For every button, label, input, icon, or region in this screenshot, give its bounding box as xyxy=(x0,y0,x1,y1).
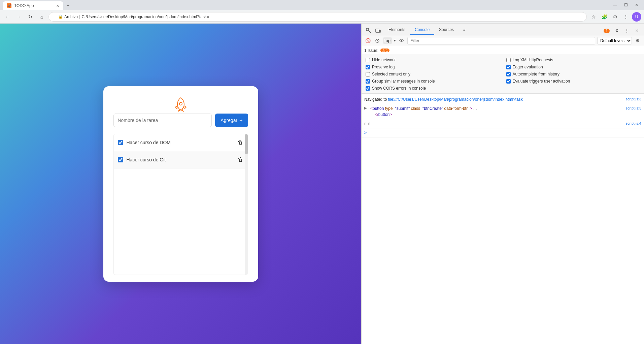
issues-button[interactable]: 1 xyxy=(602,26,611,35)
issues-label: 1 Issue: xyxy=(364,48,378,53)
maximize-button[interactable]: ☐ xyxy=(621,0,631,10)
task-name-input[interactable] xyxy=(113,114,212,127)
show-cors-checkbox[interactable]: Show CORS errors in console xyxy=(366,85,640,91)
task-checkbox-1[interactable] xyxy=(118,140,123,145)
devtools-tabs: Elements Console Sources » 1 ⚙ ⋮ xyxy=(362,24,644,35)
preserve-log-input[interactable] xyxy=(366,65,370,69)
navigated-to-link[interactable]: file:///C:/Users/User/Desktop/Mari/progr… xyxy=(388,97,525,102)
devtools-inspect-icon[interactable] xyxy=(364,26,373,35)
devtools-close-icon[interactable]: ✕ xyxy=(633,26,641,35)
tab-close-button[interactable]: ✕ xyxy=(56,4,59,8)
log-xmlhttprequests-label: Log XMLHttpRequests xyxy=(513,58,553,62)
tab-more[interactable]: » xyxy=(459,25,470,35)
scrollbar-thumb[interactable] xyxy=(245,134,248,154)
selected-context-input[interactable] xyxy=(366,72,370,76)
log-xmlhttprequests-input[interactable] xyxy=(506,58,511,62)
hide-network-input[interactable] xyxy=(366,58,370,62)
evaluate-triggers-label: Evaluate triggers user activation xyxy=(513,79,570,84)
forward-button[interactable]: → xyxy=(14,12,24,22)
settings-button[interactable]: ⚙ xyxy=(610,12,620,22)
tab-elements[interactable]: Elements xyxy=(384,25,410,35)
devtools-more-icon[interactable]: ⋮ xyxy=(622,26,631,35)
console-text-1: Navigated to file:///C:/Users/User/Deskt… xyxy=(364,96,624,102)
toolbar-icons: ☆ 🧩 ⚙ ⋮ U xyxy=(589,12,641,22)
console-expand-2[interactable]: ▶ xyxy=(364,105,367,111)
add-button-label: Agregar xyxy=(221,118,237,123)
eager-evaluation-label: Eager evaluation xyxy=(513,65,543,69)
console-clear-button[interactable]: 🚫 xyxy=(364,37,372,44)
group-similar-input[interactable] xyxy=(366,79,370,84)
group-similar-checkbox[interactable]: Group similar messages in console xyxy=(366,78,500,84)
console-prompt-icon[interactable]: > xyxy=(364,130,367,136)
devtools-settings-icon[interactable]: ⚙ xyxy=(612,26,621,35)
console-line-1: Navigated to file:///C:/Users/User/Deskt… xyxy=(362,95,644,104)
context-selector[interactable]: top xyxy=(383,37,392,44)
address-bar: ← → ↻ ⌂ 🔒 Archivo | C:/Users/User/Deskto… xyxy=(0,10,644,24)
console-filter-input[interactable] xyxy=(407,37,595,44)
back-button[interactable]: ← xyxy=(3,12,12,22)
autocomplete-history-checkbox[interactable]: Autocomplete from history xyxy=(506,71,640,77)
new-tab-button[interactable]: + xyxy=(63,1,73,10)
tab-title: TODO App xyxy=(14,3,34,8)
home-button[interactable]: ⌂ xyxy=(37,12,46,22)
tab-sources[interactable]: Sources xyxy=(434,25,459,35)
rocket-icon xyxy=(173,96,189,114)
console-extra-settings-icon[interactable]: ⚙ xyxy=(634,37,641,44)
task-item-2: Hacer curso de Git 🗑 xyxy=(114,151,248,168)
task-text-2: Hacer curso de Git xyxy=(127,157,234,162)
hide-network-checkbox[interactable]: Hide network xyxy=(366,57,500,63)
log-xmlhttprequests-checkbox[interactable]: Log XMLHttpRequests xyxy=(506,57,640,63)
console-line-2: ▶ <button type="submit" class="btnCreate… xyxy=(362,104,644,119)
address-bar-input[interactable]: 🔒 Archivo | C:/Users/User/Desktop/Mari/p… xyxy=(48,12,587,22)
evaluate-triggers-checkbox[interactable]: Evaluate triggers user activation xyxy=(506,78,640,84)
todo-card: Agregar + Hacer curso de DOM 🗑 Hacer cur… xyxy=(103,86,258,282)
tab-sources-label: Sources xyxy=(439,27,454,32)
console-eye-button[interactable]: 👁 xyxy=(398,37,405,44)
autocomplete-history-input[interactable] xyxy=(506,72,511,76)
delete-task-1-button[interactable]: 🗑 xyxy=(237,139,244,146)
show-cors-input[interactable] xyxy=(366,86,370,91)
devtools-responsive-icon[interactable] xyxy=(374,26,382,35)
svg-rect-3 xyxy=(379,30,380,32)
delete-task-2-button[interactable]: 🗑 xyxy=(237,156,244,163)
address-url: C:/Users/User/Desktop/Mari/programacion/… xyxy=(81,14,209,19)
active-tab[interactable]: 🚀 TODO App ✕ xyxy=(3,1,63,10)
issues-badge-area: 1 xyxy=(602,26,611,35)
extensions-button[interactable]: 🧩 xyxy=(600,12,609,22)
user-avatar[interactable]: U xyxy=(632,12,641,22)
devtools-panel: Elements Console Sources » 1 ⚙ ⋮ xyxy=(361,24,644,344)
svg-point-0 xyxy=(179,102,182,105)
title-bar: 🚀 TODO App ✕ + — ☐ ✕ xyxy=(0,0,644,10)
issues-bar: 1 Issue: ⚠ 1 xyxy=(362,46,644,55)
add-task-button[interactable]: Agregar + xyxy=(215,114,248,127)
console-prompt-line: > xyxy=(362,128,644,137)
bookmark-button[interactable]: ☆ xyxy=(589,12,598,22)
group-similar-label: Group similar messages in console xyxy=(372,79,435,84)
eager-evaluation-input[interactable] xyxy=(506,65,511,69)
console-input[interactable] xyxy=(369,130,641,134)
context-dropdown-icon[interactable]: ▾ xyxy=(394,38,396,43)
evaluate-triggers-input[interactable] xyxy=(506,79,511,84)
issue-count-badge: ⚠ 1 xyxy=(380,49,389,52)
console-text-3: null xyxy=(364,121,624,127)
console-source-2[interactable]: script.js:3 xyxy=(626,105,641,111)
close-window-button[interactable]: ✕ xyxy=(632,0,641,10)
console-toggle-button[interactable] xyxy=(374,37,381,44)
task-checkbox-2[interactable] xyxy=(118,157,123,162)
selected-context-checkbox[interactable]: Selected context only xyxy=(366,71,500,77)
console-output: Navigated to file:///C:/Users/User/Deskt… xyxy=(362,94,644,344)
preserve-log-checkbox[interactable]: Preserve log xyxy=(366,64,500,70)
tab-console[interactable]: Console xyxy=(410,25,434,35)
minimize-button[interactable]: — xyxy=(610,0,620,10)
console-text-2: <button type="submit" class="btnCreate" … xyxy=(370,105,624,118)
log-level-select[interactable]: Default levels xyxy=(597,37,632,44)
refresh-button[interactable]: ↻ xyxy=(26,12,35,22)
console-source-3[interactable]: script.js:4 xyxy=(626,121,641,126)
address-lock-icon: 🔒 xyxy=(58,14,63,19)
console-source-1[interactable]: script.js:3 xyxy=(626,96,641,102)
window-controls: — ☐ ✕ xyxy=(610,0,641,10)
todo-form: Agregar + xyxy=(113,114,248,127)
more-options-button[interactable]: ⋮ xyxy=(621,12,631,22)
eager-evaluation-checkbox[interactable]: Eager evaluation xyxy=(506,64,640,70)
svg-rect-2 xyxy=(376,29,379,32)
